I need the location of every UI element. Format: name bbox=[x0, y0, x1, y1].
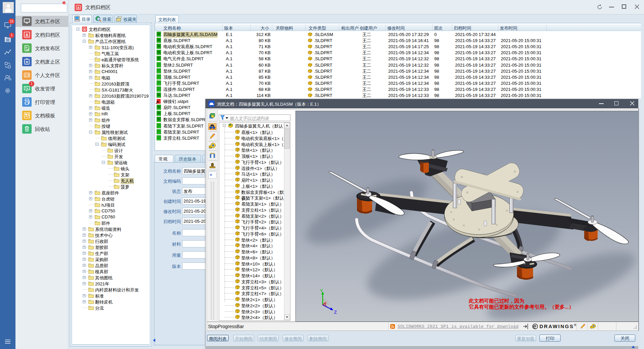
svg-text:Z: Z bbox=[334, 310, 337, 315]
svg-text:Y: Y bbox=[320, 288, 323, 293]
svg-text:X: X bbox=[324, 303, 327, 307]
